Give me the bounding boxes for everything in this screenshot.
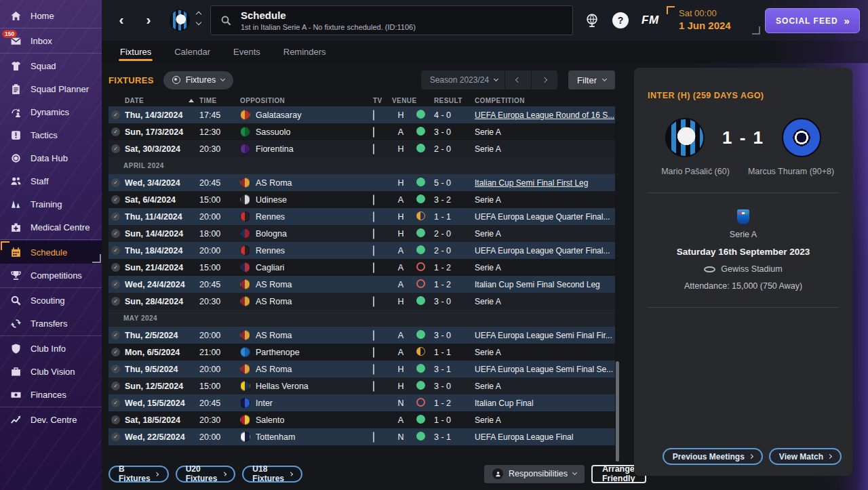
fixture-row[interactable]: ✓Thu, 2/5/202420:00AS RomaA3 - 0UEFA Eur… [108,327,615,344]
last-meeting-header: INTER (H) (259 DAYS AGO) [648,91,839,100]
sidebar-item-dev-centre[interactable]: Dev. Centre [0,408,102,431]
finances-icon [10,389,22,401]
sidebar-item-label: Home [31,11,54,21]
fixture-row[interactable]: ✓Sat, 30/3/202420:30FiorentinaH2 - 0Seri… [108,140,615,157]
tv-icon [373,110,374,121]
tab-fixtures[interactable]: Fixtures [119,41,153,63]
result-win-icon [416,330,425,339]
fixture-time: 20:30 [199,297,231,306]
fixture-row[interactable]: ✓Thu, 14/3/202417:45GalatasarayH4 - 0UEF… [108,106,615,123]
sidebar-item-inbox[interactable]: Inbox150 [0,29,102,52]
fixture-row[interactable]: ✓Wed, 3/4/202420:45AS RomaH5 - 0Italian … [108,174,615,191]
season-dropdown[interactable]: Season 2023/24 [421,75,505,85]
tab-bar: Fixtures Calendar Events Reminders [102,41,868,63]
fixtures-heading: FIXTURES [108,75,154,85]
tab-reminders[interactable]: Reminders [282,41,328,63]
fixture-row[interactable]: ✓Sun, 28/4/202420:30AS RomaH3 - 0Serie A [108,293,615,310]
sidebar-item-training[interactable]: Training [0,192,102,216]
previous-meetings-button[interactable]: Previous Meetings [663,448,763,465]
sidebar-item-label: Medical Centre [31,222,90,232]
fixture-row[interactable]: ✓Wed, 22/5/202420:00TottenhamN3 - 1UEFA … [108,428,615,445]
sidebar-item-medical-centre[interactable]: Medical Centre [0,216,102,239]
sidebar-item-club-info[interactable]: Club Info [0,337,102,360]
world-icon[interactable] [585,13,599,28]
fixture-row[interactable]: ✓Sat, 6/4/202415:00UdineseA3 - 2Serie A [108,191,615,208]
sidebar-item-scouting[interactable]: Scouting [0,289,102,312]
column-venue[interactable]: VENUE [392,97,416,104]
venue-letter: A [392,263,416,272]
competition-label: UEFA Europa League Quarter Final... [465,212,615,222]
sidebar-item-squad[interactable]: Squad [0,54,102,77]
club-crest-atalanta[interactable] [170,9,190,31]
data-hub-icon [10,152,22,164]
fixture-row[interactable]: ✓Thu, 11/4/202420:00RennesH1 - 1UEFA Eur… [108,208,615,225]
main-area: ‹ › Schedule 1st in Italian Serie A - No… [102,0,868,490]
sidebar-item-tactics[interactable]: Tactics [0,123,102,146]
competition-link[interactable]: Italian Cup Semi Final First Leg [465,178,615,188]
fixture-date: Wed, 15/5/2024 [125,399,199,408]
fixture-row[interactable]: ✓Mon, 6/5/202421:00ParthenopeA1 - 1Serie… [108,344,615,361]
season-next-button[interactable] [532,70,557,89]
fixture-row[interactable]: ✓Sun, 14/4/202418:00BolognaH2 - 0Serie A [108,225,615,242]
team-badge [240,144,250,154]
column-time[interactable]: TIME [199,97,231,104]
fixture-row[interactable]: ✓Wed, 15/5/202420:45InterN1 - 2Italian C… [108,394,615,411]
view-match-button[interactable]: View Match [769,448,842,465]
table-scrollbar[interactable] [616,361,619,462]
sidebar-item-finances[interactable]: Finances [0,383,102,406]
sidebar-item-dynamics[interactable]: Dynamics [0,100,102,123]
club-switch-stepper[interactable] [197,12,201,24]
team-badge [240,195,250,205]
fixture-row[interactable]: ✓Wed, 24/4/202420:45AS RomaA1 - 2Italian… [108,276,615,293]
fixture-row[interactable]: ✓Thu, 9/5/202420:00AS RomaH3 - 1UEFA Eur… [108,361,615,377]
fixture-row[interactable]: ✓Sat, 18/5/202420:30SalentoA1 - 0Serie A [108,411,615,428]
column-result[interactable]: RESULT [434,97,465,104]
b-fixtures-button[interactable]: B Fixtures [108,466,169,483]
history-forward-button[interactable]: › [140,11,157,30]
column-opposition[interactable]: OPPOSITION [240,97,373,104]
tv-icon [373,381,374,392]
fixture-date: Sun, 28/4/2024 [125,297,199,306]
dynamics-icon [10,106,22,118]
responsibilities-dropdown[interactable]: Responsibilities [484,465,585,483]
game-date[interactable]: Sat 00:00 1 Jun 2024 [667,5,760,36]
competition-label: Serie A [465,144,615,154]
tab-events[interactable]: Events [232,41,262,63]
fixture-row[interactable]: ✓Sun, 12/5/202415:00Hellas VeronaH3 - 0S… [108,377,615,394]
fixture-time: 20:00 [199,432,231,442]
chevron-down-icon [572,470,577,475]
opposition-name: Parthenope [256,348,300,357]
fixture-row[interactable]: ✓Thu, 18/4/202420:00RennesA2 - 0UEFA Eur… [108,242,615,259]
sidebar-item-data-hub[interactable]: Data Hub [0,146,102,169]
sidebar-item-competitions[interactable]: Competitions [0,264,102,287]
u18-fixtures-button[interactable]: U18 Fixtures [242,466,302,483]
filter-dropdown[interactable]: Filter [568,70,615,89]
fixture-row[interactable]: ✓Sun, 17/3/202412:30SassuoloA3 - 0Serie … [108,123,615,140]
fixture-time: 20:00 [199,246,231,256]
search-box[interactable]: Schedule 1st in Italian Serie A - No fix… [210,5,573,35]
sidebar-item-staff[interactable]: Staff [0,169,102,192]
sidebar-item-club-vision[interactable]: Club Vision [0,360,102,383]
divider [0,53,102,54]
sidebar-item-home[interactable]: Home [0,4,102,27]
column-tv[interactable]: TV [373,97,392,104]
social-feed-button[interactable]: SOCIAL FEED » [765,8,860,33]
competition-label: UEFA Europa League Semi Final Se... [465,365,615,374]
fixture-row[interactable]: ✓Sun, 21/4/202415:00CagliariA1 - 2Serie … [108,259,615,276]
tactics-icon [10,129,22,141]
u20-fixtures-button[interactable]: U20 Fixtures [176,466,236,483]
help-button[interactable]: ? [612,12,629,28]
view-dropdown[interactable]: Fixtures [163,71,233,89]
active-tab-underline [119,59,153,61]
history-back-button[interactable]: ‹ [113,11,130,30]
column-competition[interactable]: COMPETITION [465,97,615,104]
competition-link[interactable]: UEFA Europa League Round of 16 S... [465,110,615,120]
sidebar-item-squad-planner[interactable]: Squad Planner [0,77,102,100]
season-prev-button[interactable] [505,70,531,89]
column-date[interactable]: DATE [125,97,199,104]
tab-calendar[interactable]: Calendar [173,41,212,63]
team-badge [240,296,250,306]
fixture-score: 1 - 2 [434,280,465,289]
sidebar-item-transfers[interactable]: Transfers [0,312,102,335]
sidebar-item-schedule[interactable]: Schedule [0,241,102,264]
